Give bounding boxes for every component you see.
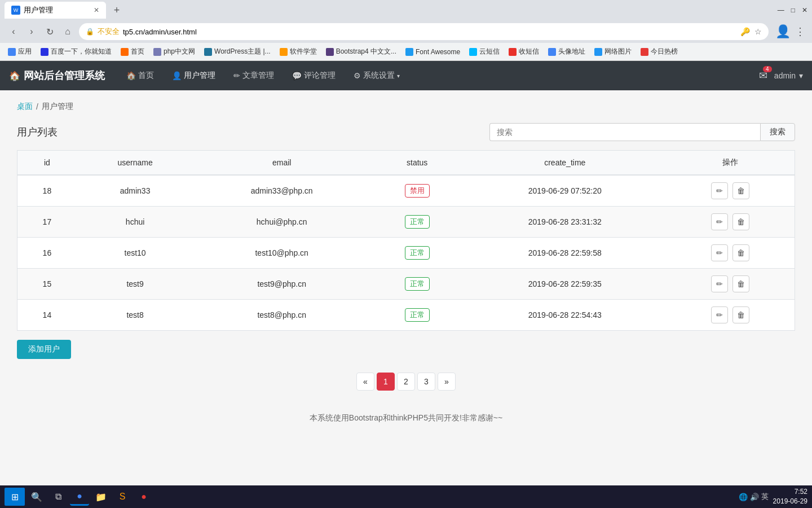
nav-items: 🏠 首页 👤 用户管理 ✏ 文章管理 💬 评论管理 ⚙ 系统设置 bbox=[118, 66, 408, 85]
cell-email: admin33@php.cn bbox=[193, 175, 370, 207]
cell-create-time: 2019-06-28 22:54:43 bbox=[464, 300, 665, 331]
cell-id: 14 bbox=[17, 300, 77, 331]
breadcrumb: 桌面 / 用户管理 bbox=[17, 102, 795, 112]
bookmark-shouye-icon bbox=[121, 48, 129, 56]
nav-item-articles[interactable]: ✏ 文章管理 bbox=[226, 66, 282, 85]
col-email: email bbox=[193, 151, 370, 175]
new-tab-button[interactable]: + bbox=[108, 2, 125, 19]
edit-button[interactable]: ✏ bbox=[711, 182, 728, 199]
nav-item-users[interactable]: 👤 用户管理 bbox=[164, 66, 223, 85]
bookmark-shouji[interactable]: 收短信 bbox=[505, 46, 542, 58]
bookmark-php[interactable]: php中文网 bbox=[150, 46, 198, 58]
cell-actions: ✏ 🗑 bbox=[665, 300, 795, 331]
edit-button[interactable]: ✏ bbox=[711, 213, 728, 230]
bookmark-apps[interactable]: 应用 bbox=[5, 46, 35, 58]
maximize-button[interactable]: □ bbox=[791, 6, 795, 14]
address-bar[interactable]: 🔒 不安全 tp5.cn/admin/user.html 🔑 ☆ bbox=[79, 23, 769, 40]
bookmark-wangluo[interactable]: 网络图片 bbox=[591, 46, 635, 58]
bookmark-fa-label: Font Awesome bbox=[416, 48, 460, 56]
pagination-page-3[interactable]: 3 bbox=[417, 373, 435, 391]
status-badge: 正常 bbox=[405, 277, 430, 291]
pagination-page-2[interactable]: 2 bbox=[397, 373, 415, 391]
cell-email: test8@php.cn bbox=[193, 300, 370, 331]
admin-dropdown[interactable]: admin ▾ bbox=[774, 71, 803, 80]
table-row: 16 test10 test10@php.cn 正常 2019-06-28 22… bbox=[17, 238, 795, 269]
bookmark-php-label: php中文网 bbox=[164, 47, 195, 56]
bookmark-fa-icon bbox=[405, 48, 413, 56]
bookmark-yunxt-icon bbox=[469, 48, 477, 56]
address-right-icons: 🔑 ☆ bbox=[740, 27, 762, 36]
comments-nav-label: 评论管理 bbox=[304, 71, 336, 81]
search-button[interactable]: 搜索 bbox=[760, 123, 795, 141]
edit-button[interactable]: ✏ bbox=[711, 306, 728, 323]
tab-close-button[interactable]: ✕ bbox=[94, 6, 99, 14]
bookmark-yunxt[interactable]: 云短信 bbox=[466, 46, 503, 58]
status-badge: 正常 bbox=[405, 308, 430, 322]
bookmark-bs-label: Bootstrap4 中文文... bbox=[336, 47, 396, 56]
browser-tab[interactable]: W 用户管理 ✕ bbox=[5, 2, 106, 19]
delete-button[interactable]: 🗑 bbox=[732, 213, 749, 230]
bookmark-shouye-label: 首页 bbox=[131, 47, 144, 56]
admin-dropdown-icon: ▾ bbox=[799, 71, 803, 80]
bookmark-wp[interactable]: WordPress主题 |... bbox=[201, 46, 274, 58]
nav-item-comments[interactable]: 💬 评论管理 bbox=[284, 66, 343, 85]
cell-actions: ✏ 🗑 bbox=[665, 207, 795, 238]
pagination-next[interactable]: » bbox=[438, 373, 456, 391]
cell-email: test9@php.cn bbox=[193, 269, 370, 300]
search-input[interactable] bbox=[489, 123, 760, 141]
cell-status: 正常 bbox=[370, 269, 464, 300]
bookmark-fa[interactable]: Font Awesome bbox=[402, 47, 464, 57]
add-user-button[interactable]: 添加用户 bbox=[17, 340, 71, 359]
bookmark-shouye[interactable]: 首页 bbox=[117, 46, 148, 58]
menu-icon[interactable]: ⋮ bbox=[795, 25, 805, 38]
cell-username: test9 bbox=[77, 269, 194, 300]
forward-button[interactable]: › bbox=[25, 27, 38, 37]
nav-item-settings[interactable]: ⚙ 系统设置 ▾ bbox=[346, 66, 408, 85]
articles-nav-icon: ✏ bbox=[233, 71, 240, 80]
cell-status: 正常 bbox=[370, 207, 464, 238]
close-button[interactable]: ✕ bbox=[802, 6, 807, 14]
refresh-button[interactable]: ↻ bbox=[43, 27, 56, 37]
bookmark-bs[interactable]: Bootstrap4 中文文... bbox=[323, 46, 400, 58]
bookmark-soft[interactable]: 软件学堂 bbox=[276, 46, 320, 58]
edit-button[interactable]: ✏ bbox=[711, 275, 728, 292]
address-prefix: 不安全 bbox=[98, 27, 120, 37]
status-badge: 正常 bbox=[405, 246, 430, 260]
delete-button[interactable]: 🗑 bbox=[732, 306, 749, 323]
mail-count: 4 bbox=[763, 66, 772, 72]
star-icon[interactable]: ☆ bbox=[754, 27, 762, 36]
col-create-time: create_time bbox=[464, 151, 665, 175]
cell-create-time: 2019-06-29 07:52:20 bbox=[464, 175, 665, 207]
bookmark-wp-icon bbox=[204, 48, 212, 56]
bookmark-baidu-icon bbox=[41, 48, 48, 56]
delete-button[interactable]: 🗑 bbox=[732, 275, 749, 292]
breadcrumb-home[interactable]: 桌面 bbox=[17, 102, 33, 112]
delete-button[interactable]: 🗑 bbox=[732, 182, 749, 199]
back-button[interactable]: ‹ bbox=[7, 27, 20, 37]
home-button[interactable]: ⌂ bbox=[61, 27, 74, 37]
status-badge: 禁用 bbox=[405, 184, 430, 198]
minimize-button[interactable]: — bbox=[778, 6, 784, 14]
delete-button[interactable]: 🗑 bbox=[732, 244, 749, 261]
cell-create-time: 2019-06-28 22:59:35 bbox=[464, 269, 665, 300]
key-icon: 🔑 bbox=[740, 27, 750, 36]
table-row: 17 hchui hchui@php.cn 正常 2019-06-28 23:3… bbox=[17, 207, 795, 238]
bookmark-baidu[interactable]: 百度一下，你就知道 bbox=[37, 46, 115, 58]
profile-icon[interactable]: 👤 bbox=[775, 24, 791, 39]
col-status: status bbox=[370, 151, 464, 175]
pagination-page-1[interactable]: 1 bbox=[377, 373, 395, 391]
edit-button[interactable]: ✏ bbox=[711, 244, 728, 261]
bookmark-wangluo-icon bbox=[594, 48, 602, 56]
bookmark-touxiang[interactable]: 头像地址 bbox=[545, 46, 589, 58]
bookmark-reli[interactable]: 今日热榜 bbox=[637, 46, 681, 58]
bookmark-shouji-label: 收短信 bbox=[519, 47, 539, 56]
users-nav-icon: 👤 bbox=[172, 71, 182, 80]
cell-create-time: 2019-06-28 23:31:32 bbox=[464, 207, 665, 238]
nav-item-home[interactable]: 🏠 首页 bbox=[118, 66, 162, 85]
cell-email: hchui@php.cn bbox=[193, 207, 370, 238]
cell-status: 正常 bbox=[370, 300, 464, 331]
navbar-brand[interactable]: 🏠 网站后台管理系统 bbox=[9, 69, 105, 82]
pagination-prev[interactable]: « bbox=[356, 373, 374, 391]
mail-badge[interactable]: ✉ 4 bbox=[759, 69, 767, 82]
cell-actions: ✏ 🗑 bbox=[665, 269, 795, 300]
